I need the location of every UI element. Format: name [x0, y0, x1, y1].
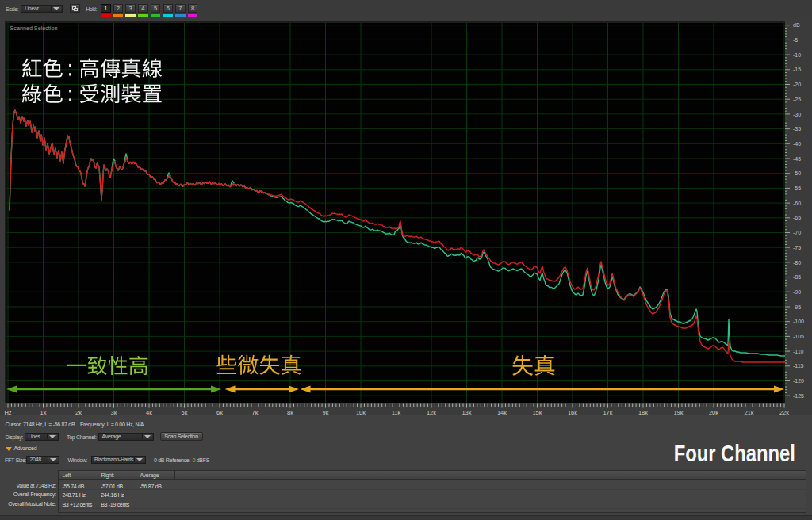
svg-text:-120: -120: [793, 378, 804, 384]
svg-text:Hz: Hz: [4, 409, 11, 415]
svg-text:dB: dB: [793, 22, 800, 28]
svg-text:1k: 1k: [40, 409, 47, 415]
svg-text:12k: 12k: [427, 409, 436, 415]
svg-text:6k: 6k: [216, 409, 223, 415]
svg-text:-25: -25: [793, 97, 801, 102]
svg-text:-10: -10: [793, 52, 801, 58]
svg-text:21k: 21k: [744, 409, 753, 415]
svg-text:-65: -65: [793, 215, 801, 220]
svg-text:16k: 16k: [568, 409, 577, 415]
svg-text:2k: 2k: [75, 409, 82, 415]
svg-text:5k: 5k: [182, 409, 188, 415]
svg-text:22k: 22k: [779, 409, 789, 415]
svg-text:10k: 10k: [356, 409, 366, 415]
svg-text:4k: 4k: [146, 409, 152, 415]
svg-text:-125: -125: [793, 393, 804, 399]
svg-text:3k: 3k: [111, 409, 117, 415]
svg-text:-50: -50: [793, 170, 801, 176]
svg-text:-75: -75: [793, 245, 801, 250]
svg-text:-20: -20: [793, 82, 801, 87]
svg-text:-15: -15: [793, 67, 801, 72]
svg-text:Scanned Selection: Scanned Selection: [10, 25, 58, 32]
svg-text:-115: -115: [793, 363, 804, 369]
svg-text:-35: -35: [793, 126, 801, 132]
svg-text:17k: 17k: [603, 409, 612, 415]
svg-text:-110: -110: [793, 349, 804, 354]
svg-text:-100: -100: [793, 319, 804, 324]
svg-text:-70: -70: [793, 230, 801, 235]
svg-text:-90: -90: [793, 289, 801, 295]
svg-text:-5: -5: [793, 37, 798, 43]
svg-text:9k: 9k: [323, 409, 329, 415]
svg-text:13k: 13k: [462, 409, 471, 415]
svg-text:8k: 8k: [287, 409, 293, 415]
svg-text:-105: -105: [793, 334, 804, 339]
svg-text:-30: -30: [793, 112, 801, 117]
svg-text:19k: 19k: [673, 409, 683, 415]
svg-text:-95: -95: [793, 304, 801, 310]
svg-text:15k: 15k: [532, 409, 542, 415]
svg-text:-80: -80: [793, 260, 801, 266]
svg-text:11k: 11k: [392, 409, 401, 415]
svg-text:14k: 14k: [497, 409, 507, 415]
svg-text:-40: -40: [793, 141, 801, 147]
svg-text:-85: -85: [793, 274, 801, 280]
svg-text:20k: 20k: [709, 409, 718, 415]
svg-text:18k: 18k: [638, 409, 648, 415]
svg-text:-55: -55: [793, 185, 801, 191]
svg-text:-60: -60: [793, 201, 801, 206]
svg-text:7k: 7k: [252, 409, 259, 415]
svg-text:-45: -45: [793, 156, 801, 162]
